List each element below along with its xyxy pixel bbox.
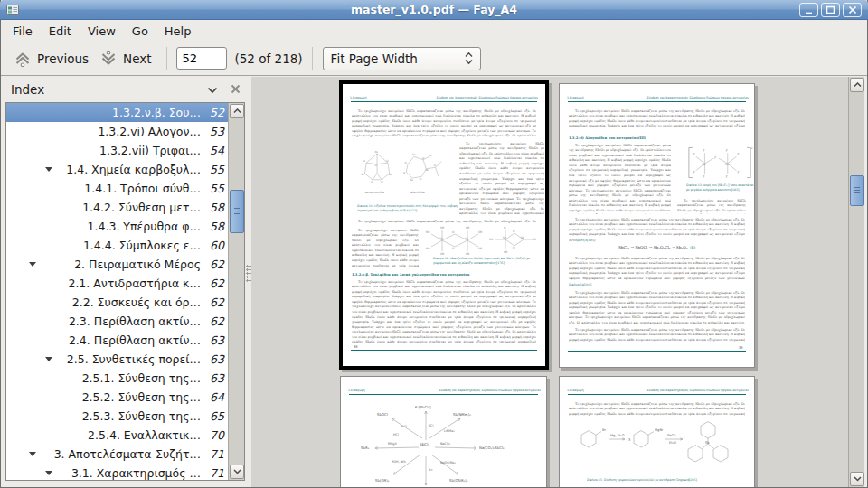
menu-view[interactable]: View [80,22,124,41]
maximize-button[interactable] [821,3,840,17]
pdf-page-38[interactable]: 1.ΕισαγωγήΣύνθεση και Χαρακτηρισμός Σύμπ… [339,80,549,370]
oxide-structures-figure: SbOOO SbSbOO OSbOSb OSbOO senarmontite v… [357,147,458,200]
scroll-down-button[interactable] [230,465,244,479]
svg-text:Na(CO₃)₂SbCl₂: Na(CO₃)₂SbCl₂ [479,446,505,450]
menu-go[interactable]: Go [124,22,156,41]
fluoroantimonate-figure: SbSb FFFF FFFFF 2− [685,144,754,182]
minimize-button[interactable] [799,3,818,17]
figure-caption: Εικόνα 35: Σύνθεση τριφαινυλαντιμονίου(Ι… [587,478,731,483]
index-row[interactable]: 2.5.3. Σύνθεση της…65 [6,407,228,426]
index-row-page: 65 [201,409,228,423]
close-button[interactable] [843,3,862,17]
svg-text:OR: OR [440,252,444,256]
svg-text:H₂O: H₂O [401,425,407,428]
index-row[interactable]: 2.3. Περίθλαση ακτίν…62 [6,312,228,331]
next-page-button[interactable]: Next [94,47,156,70]
svg-text:LiNMe₂: LiNMe₂ [444,429,455,433]
sidebar-scrollbar-thumb[interactable] [230,190,244,233]
figure-caption: Εικόνα 31: Οξείδια του αντιμονίου(ΙΙΙ) σ… [357,204,459,213]
index-row-label: 2.5.2. Σύνθεση της… [82,390,201,404]
index-row[interactable]: 1.3.2.ν.β. Σου…52 [6,103,228,122]
svg-text:F: F [693,153,695,156]
svg-text:Sn: Sn [429,468,432,472]
index-row-label: 2.3. Περίθλαση ακτίν… [69,314,201,328]
svg-text:O: O [434,164,437,167]
index-row[interactable]: 2.5.1. Σύνθεση της…63 [6,369,228,388]
index-row-label: 1.4.4. Σύμπλοκες ε… [83,239,201,252]
body-text-block: Το τριχλωριούχο αντιμόνιο SbCl₃ παρασκευ… [352,219,536,224]
previous-page-button[interactable]: Previous [8,47,94,70]
index-row-page: 62 [201,258,228,271]
zoom-mode-combobox[interactable]: Fit Page Width [323,47,481,70]
index-row[interactable]: 2.4. Περίθλαση ακτίν…63 [6,331,228,350]
previous-label: Previous [37,52,89,66]
index-row[interactable]: 1.4. Χημεία καρβοξυλ…55 [6,160,228,179]
index-row-page: 62 [201,296,228,309]
index-row-page: 60 [201,239,228,252]
toolbar: Previous Next (52 of 218) Fit Page Width [1,42,867,76]
index-row[interactable]: 2.5.4. Εναλλακτικ…70 [6,426,228,445]
pdf-page-39[interactable]: 1.ΕισαγωγήΣύνθεση και Χαρακτηρισμός Σύμπ… [559,83,755,368]
index-row[interactable]: 3.1. Χαρακτηρισμός …71 [6,464,228,481]
index-row[interactable]: 1.4.2. Σύνθεση μετ…58 [6,198,228,217]
index-row[interactable]: 2.2. Συσκευές και όρ…62 [6,293,228,312]
document-scrollbar-thumb[interactable] [850,175,864,206]
svg-text:Sb: Sb [725,163,729,166]
sidebar-selector-chevron-icon[interactable] [207,83,218,97]
index-row-page: 71 [201,447,228,461]
svg-text:ROH, NH₃: ROH, NH₃ [392,460,407,464]
menu-file[interactable]: File [5,22,41,41]
section-heading: 1.3.2.ν.β. Σουλφίδια και λοιπά χαλκογονί… [352,272,524,277]
svg-text:O: O [403,171,406,174]
svg-text:MgBr: MgBr [655,428,664,432]
index-row[interactable]: 2.5.2. Σύνθεση της…64 [6,388,228,407]
title-bar[interactable]: master_v1.0.pdf — Fay_A4 [0,0,868,20]
svg-text:OR: OR [504,250,507,254]
index-row-label: 2.5. Συνθετικές πορεί… [67,352,201,366]
expander-icon[interactable] [29,452,36,456]
document-view[interactable]: 1.ΕισαγωγήΣύνθεση και Χαρακτηρισμός Σύμπ… [251,77,848,487]
menu-bar: File Edit View Go Help [1,21,867,42]
expander-icon[interactable] [45,167,52,172]
index-row[interactable]: 2.5. Συνθετικές πορεί…63 [6,350,228,369]
index-row[interactable]: 1.4.1. Τρόποι σύνθ…55 [6,179,228,198]
index-row[interactable]: 2.1. Αντιδραστήρια κ…62 [6,274,228,293]
svg-text:Sb: Sb [705,441,710,445]
svg-text:RMgX: RMgX [388,442,397,446]
index-row[interactable]: 1.4.3. Υπέρυθρα φ…58 [6,217,228,236]
next-icon [99,50,118,68]
pdf-page-40[interactable]: 1.ΕισαγωγήΣύνθεση και Χαρακτηρισμός Σύμπ… [340,376,547,487]
svg-text:SbR₃: SbR₃ [361,446,370,450]
svg-text:Sb: Sb [412,153,416,156]
scroll-up-button[interactable] [850,78,864,92]
document-scrollbar[interactable] [848,77,864,487]
index-row[interactable]: 2. Πειραματικό Μέρος62 [6,255,228,274]
sidebar-scrollbar[interactable] [228,103,244,480]
index-row[interactable]: 1.4.4. Σύμπλοκες ε…60 [6,236,228,255]
svg-text:2−: 2− [751,146,754,150]
sidebar-header: Index [1,77,251,102]
scroll-down-button[interactable] [850,472,864,486]
svg-text:Sb: Sb [703,163,706,166]
scroll-up-button[interactable] [230,104,244,118]
expander-icon[interactable] [29,262,36,267]
sidebar-close-icon[interactable] [231,83,241,97]
body-text-block: Το τριχλωριούχο αντιμόνιο SbCl₃ παρασκευ… [569,290,745,324]
page-number-input[interactable] [176,47,227,70]
body-text-block: Το τριχλωριούχο αντιμόνιο SbCl₃ παρασκευ… [352,228,419,268]
svg-text:OR: OR [466,252,469,256]
index-row[interactable]: 3. Αποτελέσματα-Συζήτ…71 [6,445,228,464]
expander-icon[interactable] [45,471,52,475]
svg-text:NaCO₃: NaCO₃ [440,442,451,446]
expander-icon[interactable] [45,357,52,361]
menu-help[interactable]: Help [156,22,200,41]
svg-text:O: O [513,230,515,233]
svg-text:O: O [363,159,366,163]
index-row[interactable]: 1.3.2.vii) Τριφαι…54 [6,141,228,160]
pdf-page-41[interactable]: 1.ΕισαγωγήΣύνθεση και Χαρακτηρισμός Σύμπ… [559,376,755,487]
svg-text:F: F [714,156,716,160]
page-header-right: Σύνθεση και Χαρακτηρισμός Σύμπλοκων Ενώσ… [437,96,538,99]
index-row[interactable]: 1.3.2.vi) Αλογον…53 [6,122,228,141]
menu-edit[interactable]: Edit [41,22,80,41]
svg-text:RO: RO [426,230,430,234]
